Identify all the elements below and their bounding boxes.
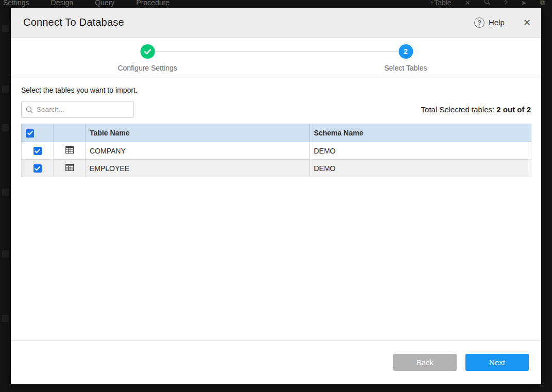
schema-name-cell: DEMO: [310, 160, 531, 177]
dialog-body: Select the tables you want to import. To…: [11, 75, 541, 340]
column-header-table-name: Table Name: [86, 124, 310, 142]
bg-add-table-button[interactable]: +Table: [430, 0, 451, 7]
table-header-row: Table Name Schema Name: [22, 124, 531, 142]
bg-send-icon[interactable]: ➤: [521, 0, 527, 7]
icon-column-header: [54, 124, 86, 142]
dialog-header: Connect To Database ? Help ✕: [11, 8, 541, 38]
bg-sidebar-item: [2, 250, 9, 258]
table-row: EMPLOYEE DEMO: [22, 160, 531, 177]
bg-sidebar-item: [2, 315, 9, 322]
background-sidebar: [0, 13, 11, 392]
step-number-badge: 2: [398, 44, 413, 59]
close-icon[interactable]: ✕: [523, 18, 531, 27]
select-all-checkbox[interactable]: [26, 129, 34, 138]
selection-summary-value: 2 out of 2: [496, 105, 531, 114]
back-button[interactable]: Back: [393, 354, 457, 371]
schema-name-cell: DEMO: [310, 142, 531, 160]
table-grid-icon: [65, 146, 74, 154]
table-grid-icon: [65, 164, 74, 171]
row-checkbox[interactable]: [34, 147, 42, 155]
search-box: [21, 101, 134, 118]
connect-to-database-dialog: Connect To Database ? Help ✕ Configure S…: [11, 8, 541, 384]
bg-help-icon[interactable]: ?: [504, 0, 508, 7]
step-configure-settings: Configure Settings: [118, 44, 177, 72]
dialog-title: Connect To Database: [23, 16, 124, 28]
table-row: COMPANY DEMO: [22, 142, 531, 160]
search-input[interactable]: [37, 106, 129, 113]
stepper-connector-line: [155, 51, 398, 52]
step-label: Configure Settings: [118, 64, 177, 72]
bg-tab-query[interactable]: Query: [95, 0, 114, 7]
step-label: Select Tables: [384, 64, 427, 72]
help-icon[interactable]: ?: [474, 18, 484, 28]
row-checkbox[interactable]: [34, 164, 42, 173]
help-link[interactable]: Help: [489, 18, 505, 27]
bg-search-icon[interactable]: [484, 0, 491, 7]
step-select-tables: 2 Select Tables: [384, 44, 427, 72]
bg-close-icon[interactable]: ✕: [465, 0, 471, 7]
bg-console-icon[interactable]: ⧉: [540, 0, 545, 7]
selection-summary-label: Total Selected tables:: [421, 105, 495, 114]
dialog-footer: Back Next: [11, 340, 541, 384]
selection-summary: Total Selected tables: 2 out of 2: [421, 105, 531, 114]
instruction-text: Select the tables you want to import.: [21, 86, 531, 94]
bg-sidebar-item: [2, 25, 9, 32]
table-name-cell: EMPLOYEE: [86, 160, 310, 177]
wizard-stepper: Configure Settings 2 Select Tables: [11, 38, 541, 75]
bg-sidebar-item: [2, 189, 9, 196]
tables-list: Table Name Schema Name COMPANY DEMO: [21, 124, 531, 177]
search-icon: [26, 106, 33, 113]
next-button[interactable]: Next: [465, 354, 529, 371]
background-tabs: Settings Design Query Procedure: [0, 0, 170, 7]
bg-tab-procedure[interactable]: Procedure: [136, 0, 170, 7]
bg-tab-design[interactable]: Design: [51, 0, 74, 7]
column-header-schema-name: Schema Name: [310, 124, 531, 142]
step-complete-check-icon: [140, 44, 155, 59]
bg-tab-settings[interactable]: Settings: [3, 0, 29, 7]
bg-sidebar-item: [2, 86, 9, 93]
table-name-cell: COMPANY: [86, 142, 310, 160]
bg-sidebar-item: [2, 124, 9, 131]
